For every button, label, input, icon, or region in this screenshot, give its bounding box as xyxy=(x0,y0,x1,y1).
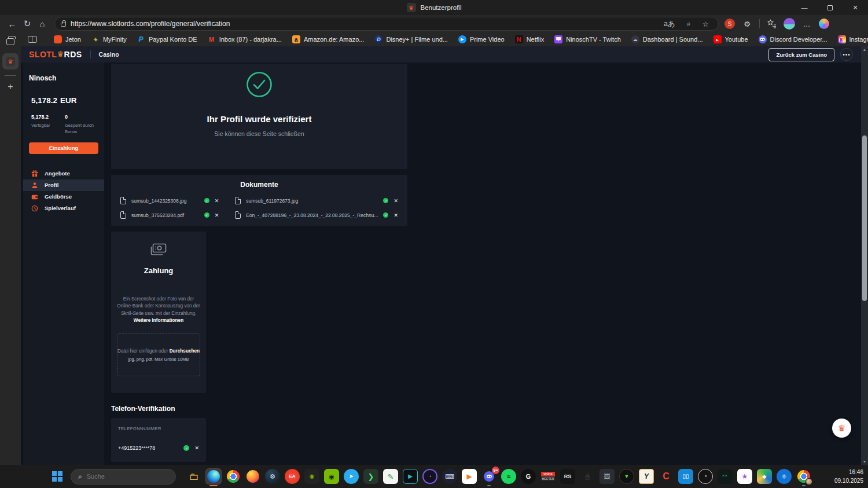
scroll-up-icon[interactable]: ▲ xyxy=(861,47,868,52)
address-bar[interactable]: aあ ⌕ ☆ xyxy=(54,17,719,31)
bookmark-discord-developer[interactable]: Discord Developer... xyxy=(755,34,832,45)
history-icon xyxy=(31,205,38,212)
geforce-icon[interactable]: ◉ xyxy=(324,469,339,484)
bookmark-inbox[interactable]: M Inbox (87) - darjakra... xyxy=(204,34,286,45)
bookmark-disney[interactable]: D Disney+ | Filme und... xyxy=(370,34,451,45)
profile-avatar[interactable] xyxy=(782,17,797,31)
documents-title: Dokumente xyxy=(120,181,398,189)
bookmark-twitch[interactable]: NinoschTV - Twitch xyxy=(550,34,625,45)
obs-icon[interactable]: ◔ xyxy=(698,469,713,484)
sidebar-item-spielverlauf[interactable]: Spielverlauf xyxy=(23,203,104,214)
search-input[interactable] xyxy=(87,473,156,480)
bookmark-paypal[interactable]: P Paypal Konto DE xyxy=(133,34,201,45)
chrome-icon[interactable] xyxy=(226,469,241,484)
bookmark-youtube[interactable]: ▶ Youtube xyxy=(709,34,752,45)
remove-document-icon[interactable]: ✕ xyxy=(215,212,219,218)
notepadpp-icon[interactable]: ✎ xyxy=(383,469,398,484)
casino-link[interactable]: Casino xyxy=(99,51,119,58)
keyboard-circle-icon[interactable]: ⌨ xyxy=(442,469,457,484)
logitech-g-icon[interactable]: G xyxy=(521,469,536,484)
edge-icon[interactable] xyxy=(206,469,221,484)
start-button[interactable] xyxy=(49,468,66,485)
teal-wave-app-icon[interactable]: ^^ xyxy=(718,469,733,484)
bookmark-instagram[interactable]: Instagram xyxy=(834,34,868,45)
orange-play-app-icon[interactable]: ▶ xyxy=(462,469,477,484)
document-row: sumsub_375523284.pdf ✓ ✕ xyxy=(120,211,219,219)
purple-ring-app-icon[interactable]: ◔ xyxy=(422,469,437,484)
powerdirector-icon[interactable]: ▶ xyxy=(403,469,418,484)
home-icon[interactable]: ⌂ xyxy=(35,17,50,31)
tab-actions-icon[interactable] xyxy=(6,38,14,45)
bookmark-soundcloud-dashboard[interactable]: ☁ Dashboard | Sound... xyxy=(627,34,707,45)
deposit-button[interactable]: Einzahlung xyxy=(29,142,98,154)
page-scrollbar[interactable]: ▲ ▼ xyxy=(861,46,868,465)
refresh-icon[interactable]: ↻ xyxy=(20,17,35,31)
telegram-icon[interactable]: ➤ xyxy=(344,469,359,484)
close-button[interactable]: ✕ xyxy=(843,0,868,15)
taskbar-clock[interactable]: 16:46 09.10.2025 xyxy=(834,468,868,485)
blue-orbit-app-icon[interactable]: ⚛ xyxy=(777,469,792,484)
scrollbar-thumb[interactable] xyxy=(862,135,867,301)
extensions-gear-icon[interactable]: ⚙ xyxy=(740,17,755,31)
bookmark-prime-video[interactable]: ▶ Prime Video xyxy=(454,34,509,45)
bookmark-amazon[interactable]: a Amazon.de: Amazo... xyxy=(288,34,369,45)
user-icon xyxy=(31,182,38,189)
favorite-star-icon[interactable]: ☆ xyxy=(699,20,712,28)
settings-more-icon[interactable]: … xyxy=(799,17,814,31)
site-header: SLOTL♛RDS Casino Zurück zum Casino ••• xyxy=(21,46,861,63)
new-tab-icon[interactable]: + xyxy=(8,82,13,92)
y-letter-app-icon[interactable]: Y xyxy=(639,469,654,484)
green-chevron-app-icon[interactable]: ❯ xyxy=(363,469,378,484)
ea-icon[interactable]: EA xyxy=(285,469,300,484)
slotlords-logo[interactable]: SLOTL♛RDS xyxy=(29,50,82,60)
active-tab-slotlords[interactable]: ♛ xyxy=(2,53,19,69)
zoom-icon[interactable]: ⌕ xyxy=(683,20,694,28)
bookmark-netflix[interactable]: N Netflix xyxy=(511,34,549,45)
copilot-icon[interactable] xyxy=(816,17,832,31)
maximize-button[interactable] xyxy=(817,0,843,15)
support-chat-button[interactable]: ♛ xyxy=(832,419,851,438)
sidebar-item-profil[interactable]: Profil xyxy=(23,179,104,191)
translate-icon[interactable]: aあ xyxy=(660,19,679,29)
youtube-favicon: ▶ xyxy=(713,35,722,43)
green-triangle-circle-icon[interactable]: ▼ xyxy=(619,469,634,484)
chrome-profile-icon[interactable] xyxy=(796,469,811,484)
ccleaner-icon[interactable]: C xyxy=(659,469,674,484)
file-dropzone[interactable]: Datei hier einfügen oder Durchsuchen jpg… xyxy=(117,333,200,376)
voicemeeter-icon[interactable]: VOICEMEETER xyxy=(540,469,556,484)
bookmark-myfinity[interactable]: ✦ MyFinity xyxy=(87,34,131,45)
back-to-casino-button[interactable]: Zurück zum Casino xyxy=(768,48,834,61)
discord-icon[interactable]: 9+ xyxy=(481,469,496,484)
file-explorer-icon[interactable]: 🗀 xyxy=(186,469,201,484)
back-icon[interactable]: ← xyxy=(5,17,20,31)
mouse-icon[interactable]: 🖰 xyxy=(580,469,595,484)
remove-document-icon[interactable]: ✕ xyxy=(393,198,398,204)
bluestacks-icon[interactable]: ◆ xyxy=(757,469,772,484)
lock-icon[interactable] xyxy=(61,23,66,27)
discord-badge: 9+ xyxy=(492,467,499,474)
remove-document-icon[interactable]: ✕ xyxy=(393,212,398,218)
sidebar-item-angebote[interactable]: Angebote xyxy=(23,168,104,179)
phone-link-icon[interactable]: ▯▯ xyxy=(678,469,693,484)
scroll-down-icon[interactable]: ▼ xyxy=(861,460,868,464)
taskbar-search[interactable]: ⌕ xyxy=(71,469,176,485)
more-info-link[interactable]: Weitere Informationen xyxy=(134,318,183,323)
remove-phone-icon[interactable]: ✕ xyxy=(194,445,199,451)
steam-icon[interactable]: ⚙ xyxy=(265,469,280,484)
split-screen-icon[interactable] xyxy=(28,36,37,43)
rockstar-icon[interactable]: RS xyxy=(560,469,575,484)
firefox-icon[interactable] xyxy=(245,469,260,484)
sidebar-item-geldboerse[interactable]: Geldbörse xyxy=(23,191,104,203)
star-purple-app-icon[interactable]: ★ xyxy=(737,469,752,484)
image-app-icon[interactable]: 🖼 xyxy=(599,469,615,484)
extension-s-icon[interactable]: S xyxy=(722,17,737,31)
remove-document-icon[interactable]: ✕ xyxy=(215,198,219,204)
browse-link[interactable]: Durchsuchen xyxy=(170,348,200,354)
url-input[interactable] xyxy=(71,20,656,28)
minimize-button[interactable]: — xyxy=(792,0,817,15)
bookmark-jeton[interactable]: Jeton xyxy=(50,34,85,45)
favorites-hub-icon[interactable] xyxy=(764,17,779,31)
spotify-icon[interactable]: ≈ xyxy=(501,469,516,484)
nvidia-settings-icon[interactable]: ◉ xyxy=(304,469,319,484)
header-more-icon[interactable]: ••• xyxy=(840,48,853,61)
